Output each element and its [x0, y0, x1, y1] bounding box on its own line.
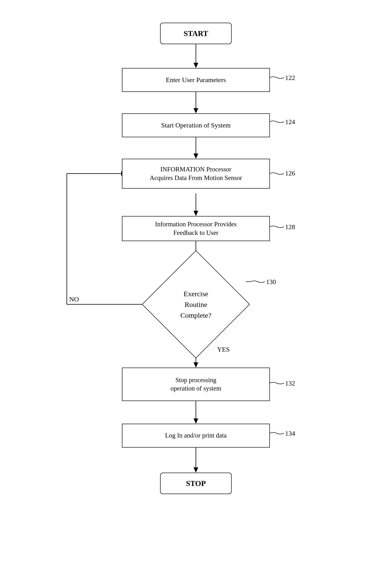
- log-print-label: Log In and/or print data: [165, 431, 227, 440]
- log-print-box: Log In and/or print data: [122, 424, 270, 447]
- svg-marker-13: [194, 418, 198, 424]
- flowchart: START Enter User Parameters 122 Start Op…: [0, 0, 392, 586]
- decision-diamond-wrapper: Exercise Routine Complete?: [158, 266, 234, 343]
- feedback-label: Information Processor Provides Feedback …: [155, 220, 237, 237]
- info-processor-label: INFORMATION Processor Acquires Data From…: [150, 165, 242, 182]
- stop-proc-label: Stop processing operation of system: [170, 376, 222, 393]
- ref-124: 124: [285, 118, 295, 126]
- enter-params-label: Enter User Parameters: [166, 76, 226, 84]
- no-label: NO: [69, 296, 79, 303]
- ref-132: 132: [285, 379, 295, 387]
- svg-marker-5: [194, 154, 198, 159]
- feedback-box: Information Processor Provides Feedback …: [122, 216, 270, 241]
- svg-marker-15: [194, 467, 198, 473]
- stop-label: STOP: [186, 479, 206, 488]
- svg-marker-1: [194, 63, 198, 68]
- stop-box: STOP: [160, 473, 232, 494]
- start-label: START: [184, 29, 208, 38]
- ref-134: 134: [285, 430, 295, 437]
- start-op-box: Start Operation of System: [122, 113, 270, 137]
- enter-params-box: Enter User Parameters: [122, 68, 270, 92]
- svg-marker-11: [194, 362, 198, 368]
- stop-proc-box: Stop processing operation of system: [122, 368, 270, 401]
- yes-label: YES: [217, 346, 230, 353]
- start-op-label: Start Operation of System: [161, 121, 231, 130]
- svg-marker-7: [194, 211, 198, 216]
- start-box: START: [160, 23, 232, 44]
- svg-marker-3: [194, 108, 198, 113]
- ref-122: 122: [285, 74, 295, 82]
- decision-diamond: [142, 250, 250, 358]
- info-processor-box: INFORMATION Processor Acquires Data From…: [122, 159, 270, 189]
- ref-126: 126: [285, 170, 295, 177]
- ref-130: 130: [266, 278, 276, 286]
- ref-128: 128: [285, 223, 295, 231]
